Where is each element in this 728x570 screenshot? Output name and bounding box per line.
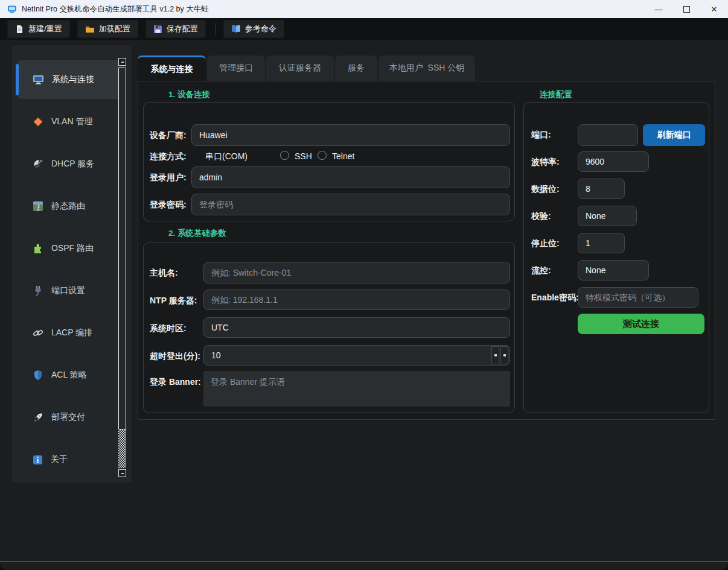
sidebar-item-label: 系统与连接 [52, 74, 94, 85]
section-device-title: 1. 设备连接 [168, 89, 210, 100]
reference-commands-button[interactable]: 参考命令 [223, 20, 284, 38]
sidebar-item-label: VLAN 管理 [51, 116, 92, 127]
port-input[interactable] [578, 124, 638, 146]
sidebar-item-vlan[interactable]: VLAN 管理 [17, 103, 124, 141]
timezone-label: 系统时区: [150, 323, 187, 334]
minimize-button[interactable]: — [645, 0, 672, 18]
databits-label: 数据位: [531, 184, 560, 195]
tab-auth-server[interactable]: 认证服务器 [266, 55, 334, 81]
hostname-input[interactable] [203, 262, 510, 283]
connection-config-group: 端口: 刷新端口 波特率: 数据位: 校验: 停止位: 流控: Enable密码… [523, 102, 709, 413]
timeout-input[interactable] [203, 345, 510, 366]
radio-option-ssh[interactable]: SSH [295, 151, 312, 161]
spin-up-button[interactable] [491, 346, 499, 364]
maximize-button[interactable] [672, 0, 700, 18]
login-user-label: 登录用户: [150, 173, 187, 183]
refresh-ports-button[interactable]: 刷新端口 [643, 124, 705, 146]
sidebar-item-ospf[interactable]: OSPF 路由 [17, 229, 124, 268]
sidebar-item-label: 关于 [51, 454, 68, 465]
title-bar: NetInit Pro 交换机命令自动生成部署工具 v1.2 by 大牛蛙 — … [0, 0, 728, 18]
flow-input[interactable] [578, 260, 649, 280]
baud-input[interactable] [578, 151, 649, 172]
radio-ssh[interactable] [280, 151, 289, 160]
window-bottom-edge [0, 562, 728, 562]
hostname-label: 主机名: [150, 268, 178, 279]
system-basics-group: 主机名: NTP 服务器: 系统时区: 超时登出(分): 登录 Banner: [143, 242, 515, 413]
load-config-button[interactable]: 加载配置 [77, 20, 138, 38]
monitor-icon [33, 74, 44, 85]
plug-icon [33, 285, 43, 296]
scroll-up-button[interactable] [118, 58, 126, 66]
flow-label: 流控: [531, 265, 551, 276]
section-system-title: 2. 系统基础参数 [168, 228, 226, 239]
tab-services[interactable]: 服务 [335, 55, 377, 81]
sidebar-item-deploy[interactable]: 部署交付 [17, 398, 124, 437]
device-connection-group: 设备厂商: 连接方式: 串口(COM) SSH Telnet 登录用户: 登录密… [143, 102, 515, 221]
test-connection-button[interactable]: 测试连接 [578, 314, 704, 334]
baud-label: 波特率: [531, 157, 560, 168]
tab-content: 1. 设备连接 设备厂商: 连接方式: 串口(COM) SSH Telnet 登… [138, 81, 715, 420]
ntp-label: NTP 服务器: [150, 296, 197, 306]
section-connection-title: 连接配置 [540, 89, 572, 100]
sidebar-item-label: LACP 编排 [51, 328, 92, 338]
banner-textarea[interactable] [203, 371, 510, 407]
vendor-label: 设备厂商: [150, 130, 187, 141]
satellite-icon [33, 159, 43, 169]
stopbits-label: 停止位: [531, 238, 560, 249]
parity-label: 校验: [531, 211, 551, 222]
new-reset-label: 新建/重置 [28, 24, 62, 34]
sidebar-item-label: 静态路由 [51, 201, 85, 212]
conn-mode-label: 连接方式: [150, 151, 187, 162]
close-button[interactable]: ✕ [700, 0, 728, 18]
databits-input[interactable] [578, 179, 625, 199]
tab-system-connection[interactable]: 系统与连接 [138, 55, 206, 81]
document-icon [15, 25, 24, 34]
sidebar-item-about[interactable]: 关于 [17, 440, 124, 479]
stopbits-input[interactable] [578, 233, 625, 253]
sidebar-scrollbar [118, 58, 127, 478]
scrollbar-thumb[interactable] [118, 68, 126, 429]
tab-bar: 系统与连接 管理接口 认证服务器 服务 本地用户 SSH 公钥 [138, 55, 476, 81]
enable-password-input[interactable] [578, 287, 698, 308]
info-icon [33, 455, 43, 465]
banner-label: 登录 Banner: [150, 377, 201, 388]
sidebar-item-system-connection[interactable]: 系统与连接 [17, 60, 124, 99]
rocket-icon [33, 412, 43, 423]
enable-password-label: Enable密码: [531, 293, 579, 303]
radio-option-serial[interactable]: 串口(COM) [205, 151, 247, 162]
sidebar-item-static-route[interactable]: 静态路由 [17, 187, 124, 226]
parity-input[interactable] [578, 206, 637, 226]
toolbar: 新建/重置 加载配置 保存配置 参考命令 [0, 18, 728, 40]
sidebar-item-lacp[interactable]: LACP 编排 [17, 314, 124, 352]
floppy-icon [153, 25, 162, 34]
tab-mgmt-interface[interactable]: 管理接口 [207, 55, 265, 81]
road-icon [33, 201, 43, 212]
sidebar-item-label: 端口设置 [51, 285, 85, 296]
sidebar-item-label: DHCP 服务 [51, 159, 94, 169]
scroll-down-button[interactable] [118, 469, 126, 477]
spin-down-button[interactable] [500, 346, 508, 364]
timezone-input[interactable] [203, 317, 510, 338]
port-label: 端口: [531, 130, 551, 141]
app-icon [7, 4, 17, 14]
sidebar-item-dhcp[interactable]: DHCP 服务 [17, 145, 124, 183]
scrollbar-track[interactable] [118, 429, 126, 468]
vendor-input[interactable] [191, 124, 510, 146]
sidebar-item-acl[interactable]: ACL 策略 [17, 356, 124, 394]
new-reset-button[interactable]: 新建/重置 [7, 20, 70, 38]
save-config-button[interactable]: 保存配置 [145, 20, 206, 38]
sidebar-item-ports[interactable]: 端口设置 [17, 271, 124, 310]
tab-local-user-ssh[interactable]: 本地用户 SSH 公钥 [378, 55, 475, 81]
link-icon [33, 328, 43, 338]
app-window: NetInit Pro 交换机命令自动生成部署工具 v1.2 by 大牛蛙 — … [0, 0, 728, 570]
timeout-label: 超时登出(分): [150, 351, 200, 362]
radio-option-telnet[interactable]: Telnet [332, 151, 354, 161]
diamond-icon [33, 116, 43, 127]
folder-icon [85, 25, 95, 34]
radio-telnet[interactable] [318, 151, 327, 160]
sidebar-item-label: ACL 策略 [51, 370, 87, 381]
login-user-input[interactable] [191, 166, 510, 188]
ntp-input[interactable] [203, 290, 510, 310]
sidebar-item-label: OSPF 路由 [51, 243, 94, 254]
login-password-input[interactable] [191, 194, 510, 215]
